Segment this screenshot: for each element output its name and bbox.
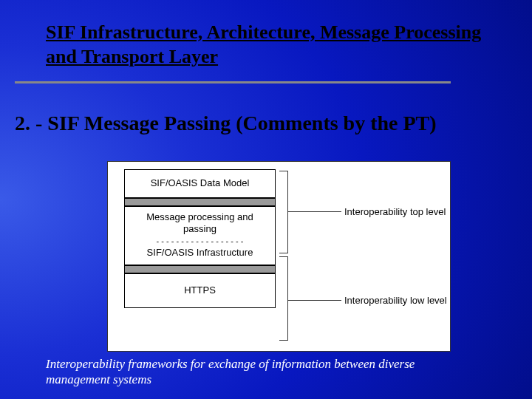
subtitle-text: SIF Message Passing (Comments by the PT) xyxy=(47,112,436,134)
gap-bar xyxy=(124,265,276,273)
bracket-bottom xyxy=(279,256,288,341)
layer-infrastructure: SIF/OASIS Infrastructure xyxy=(129,247,270,259)
slide-title: SIF Infrastructure, Architecture, Messag… xyxy=(46,21,482,69)
layer-https: HTTPS xyxy=(124,273,276,308)
connector-top xyxy=(288,211,341,212)
gap-bar xyxy=(124,198,276,206)
title-divider xyxy=(15,81,451,83)
label-interop-bottom: Interoperability low level xyxy=(344,295,447,306)
label-interop-top: Interoperability top level xyxy=(344,206,446,217)
layer-diagram: SIF/OASIS Data Model Message processing … xyxy=(107,161,451,352)
connector-bottom xyxy=(288,300,341,301)
middle-line2: passing xyxy=(129,223,270,235)
slide-subtitle: 2. - SIF Message Passing (Comments by th… xyxy=(15,109,517,137)
middle-dashes: - - - - - - - - - - - - - - - - - - xyxy=(129,236,270,247)
bracket-top xyxy=(279,171,288,253)
layer-stack: SIF/OASIS Data Model Message processing … xyxy=(124,169,276,308)
layer-data-model: SIF/OASIS Data Model xyxy=(124,169,276,198)
layer-message-processing: Message processing and passing - - - - -… xyxy=(124,206,276,266)
subtitle-number: 2. - xyxy=(15,112,47,134)
footer-caption: Interoperability frameworks for exchange… xyxy=(46,356,460,388)
middle-line1: Message processing and xyxy=(129,211,270,223)
